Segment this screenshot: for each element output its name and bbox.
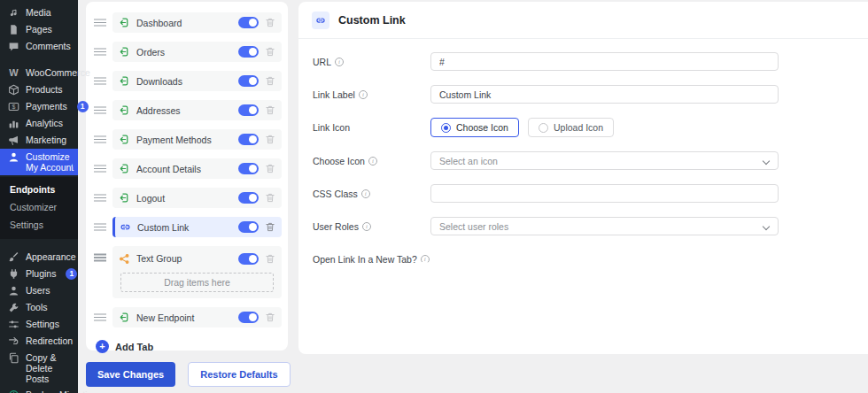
field-row-open-new-tab: Open Link In a New Tab?i	[313, 250, 854, 268]
endpoint-enabled-toggle[interactable]	[238, 312, 259, 323]
endpoint-label: Logout	[136, 193, 232, 204]
sidebar-item-backup-migration[interactable]: Backup Migration	[0, 387, 78, 393]
submenu-item-settings[interactable]: Settings	[0, 216, 78, 234]
endpoints-list-panel: Dashboard Orders Downloads Addresses	[86, 2, 288, 351]
endpoint-label: Addresses	[136, 105, 232, 116]
trash-icon[interactable]	[265, 192, 275, 204]
trash-icon[interactable]	[265, 221, 275, 233]
sidebar-item-settings[interactable]: Settings	[0, 316, 78, 333]
endpoint-card[interactable]: Payment Methods	[112, 129, 282, 150]
open-new-tab-field-label: Open Link In a New Tab?	[313, 254, 417, 265]
choose-icon-radio[interactable]: Choose Icon	[430, 118, 519, 137]
endpoint-enabled-toggle[interactable]	[238, 221, 259, 233]
endpoint-enabled-toggle[interactable]	[238, 75, 259, 87]
endpoint-enabled-toggle[interactable]	[238, 253, 259, 265]
sidebar-item-comments[interactable]: Comments	[0, 38, 78, 55]
endpoint-enabled-toggle[interactable]	[238, 104, 259, 116]
sidebar-item-media[interactable]: Media	[0, 4, 78, 21]
drag-handle-icon[interactable]	[94, 165, 106, 173]
drag-handle-icon[interactable]	[94, 313, 106, 322]
settings-form: URLi Link Labeli Link Icon Choose Icon U…	[298, 39, 868, 296]
trash-icon[interactable]	[265, 253, 275, 265]
endpoint-label: Custom Link	[137, 222, 232, 233]
sidebar-item-tools[interactable]: Tools	[0, 299, 78, 316]
info-icon: i	[335, 58, 344, 66]
sidebar-item-customize-my-account[interactable]: Customize My Account	[0, 149, 78, 175]
users-icon	[8, 285, 19, 297]
endpoint-enabled-toggle[interactable]	[238, 17, 259, 28]
trash-icon[interactable]	[265, 46, 275, 58]
endpoint-card[interactable]: Dashboard	[112, 12, 282, 33]
sidebar-item-label: Appearance	[26, 251, 76, 262]
group-drop-zone[interactable]: Drag items here	[120, 273, 274, 292]
submenu-item-customizer[interactable]: Customizer	[0, 198, 78, 216]
drag-handle-icon[interactable]	[94, 106, 106, 115]
endpoint-card[interactable]: Downloads	[112, 71, 282, 91]
sidebar-item-marketing[interactable]: Marketing	[0, 132, 78, 149]
radio-selected-icon	[441, 123, 451, 133]
sidebar-item-woocommerce[interactable]: W WooCommerce	[0, 65, 78, 81]
choose-icon-select[interactable]: Select an icon	[430, 151, 779, 170]
endpoint-card[interactable]: Addresses	[112, 100, 282, 120]
drag-handle-icon[interactable]	[94, 223, 106, 232]
sidebar-item-plugins[interactable]: Plugins 1	[0, 266, 78, 282]
endpoint-enabled-toggle[interactable]	[238, 192, 259, 204]
endpoint-card[interactable]: New Endpoint	[112, 307, 282, 328]
drag-handle-icon[interactable]	[94, 135, 106, 144]
sidebar-item-appearance[interactable]: Appearance	[0, 249, 78, 266]
trash-icon[interactable]	[265, 312, 275, 323]
submenu-item-endpoints[interactable]: Endpoints	[0, 181, 78, 198]
drag-handle-icon[interactable]	[94, 19, 106, 27]
media-icon	[8, 7, 19, 19]
trash-icon[interactable]	[265, 75, 275, 87]
add-tab-button[interactable]: + Add Tab	[96, 340, 282, 353]
products-icon	[8, 84, 19, 96]
link-label-field-label: Link Label	[313, 89, 355, 100]
endpoint-row-addresses: Addresses	[91, 100, 282, 120]
css-class-input[interactable]	[430, 184, 779, 203]
sidebar-item-analytics[interactable]: Analytics	[0, 115, 78, 132]
drag-handle-icon[interactable]	[94, 77, 106, 86]
sidebar-item-products[interactable]: Products	[0, 81, 78, 98]
endpoint-icon	[119, 192, 130, 204]
sidebar-item-label: Media	[26, 7, 51, 18]
endpoint-icon	[119, 17, 130, 28]
trash-icon[interactable]	[265, 104, 275, 116]
drag-handle-icon[interactable]	[94, 253, 106, 262]
endpoint-enabled-toggle[interactable]	[238, 46, 259, 58]
endpoint-card[interactable]: Account Details	[112, 158, 282, 179]
trash-icon[interactable]	[265, 163, 275, 174]
endpoint-icon	[119, 312, 130, 323]
user-roles-select[interactable]: Select user roles	[430, 217, 779, 235]
drag-handle-icon[interactable]	[94, 194, 106, 203]
info-icon: i	[361, 189, 370, 198]
endpoint-label: Downloads	[136, 76, 232, 87]
trash-icon[interactable]	[265, 134, 275, 145]
save-changes-button[interactable]: Save Changes	[86, 362, 175, 387]
sidebar-item-label: WooCommerce	[26, 67, 90, 78]
sidebar-item-redirection[interactable]: Redirection	[0, 333, 78, 350]
sidebar-item-payments[interactable]: $ Payments 1	[0, 98, 78, 115]
endpoint-icon	[119, 46, 130, 58]
payments-icon: $	[8, 101, 19, 112]
endpoint-enabled-toggle[interactable]	[238, 163, 259, 174]
endpoint-card[interactable]: Logout	[112, 188, 282, 208]
link-label-input[interactable]	[430, 85, 779, 104]
trash-icon[interactable]	[265, 17, 275, 28]
drag-handle-icon[interactable]	[94, 48, 106, 57]
sidebar-item-users[interactable]: Users	[0, 282, 78, 299]
url-input[interactable]	[430, 52, 779, 71]
endpoint-group-card[interactable]: Text Group Drag items here	[112, 246, 282, 298]
endpoint-label: Orders	[136, 47, 232, 58]
sidebar-item-pages[interactable]: Pages	[0, 21, 78, 38]
sidebar-item-copy-delete-posts[interactable]: Copy & Delete Posts	[0, 350, 78, 387]
restore-defaults-button[interactable]: Restore Defaults	[188, 362, 290, 387]
endpoint-label: Text Group	[136, 253, 232, 264]
appearance-icon	[8, 251, 19, 263]
copy-delete-posts-icon	[8, 352, 19, 364]
endpoint-enabled-toggle[interactable]	[238, 134, 259, 145]
sidebar-item-label: Redirection	[26, 335, 73, 346]
endpoint-card[interactable]: Orders	[112, 42, 282, 62]
endpoint-card-selected[interactable]: Custom Link	[112, 217, 282, 237]
upload-icon-radio[interactable]: Upload Icon	[528, 118, 614, 137]
